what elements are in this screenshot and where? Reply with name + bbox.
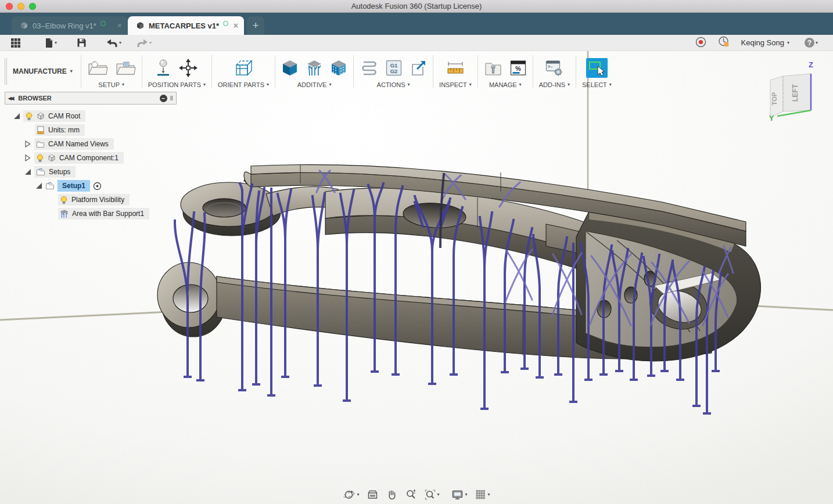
svg-text:%: % [515,64,521,71]
setups-folder-icon [45,182,55,190]
ribbon-group-label-setup[interactable]: SETUP▾ [98,81,124,88]
task-manager-button[interactable]: % [509,59,527,77]
ribbon-group-label-position-parts[interactable]: POSITION PARTS▾ [148,81,206,88]
document-tab-bar: 03–Elbow Ring v1* × METACARPLES v1* × + [0,13,833,35]
toolbar-grip[interactable] [5,58,7,85]
browser-header[interactable]: ◀◀ BROWSER – ‖ [5,92,177,105]
tree-row-cam-root[interactable]: CAM Root [5,109,177,123]
screen-record-button[interactable] [695,37,706,49]
ribbon-group-label-actions[interactable]: ACTIONS▾ [377,81,410,88]
ribbon-group-label-manage[interactable]: MANAGE▾ [489,81,522,88]
view-cube[interactable]: TOP LEFT Z Y [764,58,825,123]
select-active-highlight [586,58,608,78]
ribbon-group-label-inspect[interactable]: INSPECT▾ [439,81,472,88]
redo-button[interactable]: ▾ [133,37,155,49]
lattice-button[interactable] [330,59,347,77]
chevron-down-icon: ▾ [465,492,468,497]
units-icon [37,126,45,135]
panel-grip-icon[interactable]: ‖ [170,95,173,102]
measure-button[interactable] [446,60,465,76]
export-button[interactable] [410,59,427,77]
close-tab-icon[interactable]: × [117,21,122,30]
print-volume-button[interactable] [281,59,299,77]
arrange-button[interactable] [155,59,171,77]
new-setup-button[interactable] [87,59,108,77]
generate-toolpath-button[interactable] [360,60,378,76]
ribbon-group-label-add-ins[interactable]: ADD-INS▾ [539,81,570,88]
print-volume-icon [281,59,299,77]
tool-library-button[interactable] [484,59,502,77]
tree-row-setup1[interactable]: Setup1 [5,179,177,193]
orbit-button[interactable]: ▾ [342,488,360,501]
support-structures-button[interactable] [306,59,323,77]
scripts-add-ins-button[interactable]: >- [545,59,563,77]
pan-button[interactable] [385,488,398,501]
ribbon-group-label-select[interactable]: SELECT▾ [582,81,612,88]
tab-label: METACARPLES v1* [149,21,219,30]
save-button[interactable] [73,37,90,49]
tree-row-setups[interactable]: Setups [5,165,177,179]
close-tab-icon[interactable]: × [234,21,238,30]
grid-layout-icon [475,489,487,501]
tab-elbow-ring[interactable]: 03–Elbow Ring v1* × [12,16,128,35]
tree-row-cam-named-views[interactable]: CAM Named Views [5,137,177,151]
orient-button[interactable] [232,59,254,77]
help-menu-button[interactable]: ? ▾ [801,37,821,49]
sync-status-icon [100,21,106,26]
tree-row-cam-component[interactable]: CAM Component:1 [5,151,177,165]
visibility-bulb-icon[interactable] [25,112,33,121]
sync-status-icon [223,21,228,26]
active-setup-target-icon[interactable] [93,182,102,190]
grid-layout-button[interactable]: ▾ [474,488,491,501]
ribbon-group-manage: % MANAGE▾ [478,51,533,92]
new-tab-button[interactable]: + [247,16,264,35]
fit-button[interactable]: ▾ [423,488,440,501]
hide-panel-icon[interactable]: – [160,95,167,102]
app-launcher-button[interactable] [7,37,24,49]
file-icon [44,38,53,48]
ribbon-group-position-parts: POSITION PARTS▾ [142,51,211,92]
tree-item-label: Area with Bar Support1 [72,210,144,218]
zoom-button[interactable] [404,488,418,501]
ribbon-group-select: SELECT▾ [576,51,617,92]
tab-metacarples[interactable]: METACARPLES v1* × [128,16,244,35]
visibility-bulb-icon[interactable] [36,154,44,163]
quick-access-toolbar: ▾ ▾ ▾ Keqing Song ▾ ? ▾ [0,35,833,51]
tree-item-label-selected[interactable]: Setup1 [58,180,90,192]
expander-open-icon[interactable] [13,113,20,120]
visibility-bulb-icon[interactable] [60,196,68,204]
job-status-button[interactable] [718,36,730,49]
tree-row-area-bar-support[interactable]: Area with Bar Support1 [5,207,177,221]
move-button[interactable] [178,58,198,78]
document-cube-icon [20,21,28,30]
select-tool-button[interactable] [586,58,608,78]
chevron-down-icon: ▾ [329,82,331,87]
expander-open-icon[interactable] [35,182,42,189]
tab-label: 03–Elbow Ring v1* [33,21,96,30]
save-icon [77,38,87,48]
workspace-switcher[interactable]: MANUFACTURE ▾ [9,51,81,92]
expander-closed-icon[interactable] [24,154,31,161]
display-settings-button[interactable]: ▾ [451,488,469,501]
tree-row-units[interactable]: Units: mm [5,123,177,137]
expander-closed-icon[interactable] [24,141,31,147]
tree-row-platform-visibility[interactable]: Platform Visibility [5,193,177,207]
look-at-button[interactable] [365,488,379,501]
component-cube-icon [48,154,56,162]
bar-support-icon [60,210,69,218]
tree-item-label: Setups [49,168,70,176]
user-account-menu[interactable]: Keqing Song ▾ [741,38,789,47]
browser-tree: CAM Root Units: mm CAM Named Views CAM C… [5,105,177,221]
file-menu-button[interactable]: ▾ [41,37,60,49]
ribbon-group-label-orient-parts[interactable]: ORIENT PARTS▾ [218,81,269,88]
setups-folder-icon [36,168,45,176]
chevron-down-icon: ▾ [408,82,410,87]
ribbon-group-label-additive[interactable]: ADDITIVE▾ [297,81,332,88]
collapse-panel-icon[interactable]: ◀◀ [8,96,13,101]
undo-button[interactable]: ▾ [103,37,125,49]
setup-from-template-button[interactable] [115,59,136,77]
terminal-gear-icon: >- [545,59,563,77]
post-process-button[interactable]: G1G2 [385,59,403,77]
chevron-down-icon: ▾ [122,82,124,87]
expander-open-icon[interactable] [24,168,31,175]
